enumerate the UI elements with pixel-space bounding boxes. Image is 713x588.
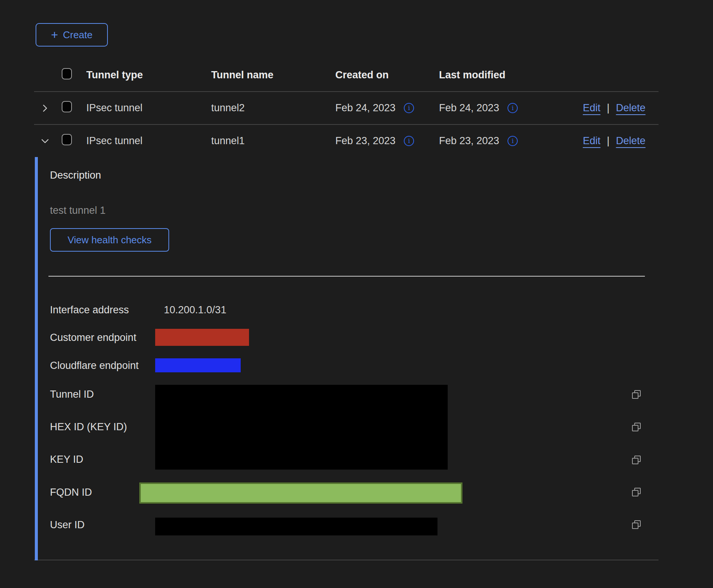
tunnel-id-redaction: [155, 385, 448, 470]
user-id-redaction: [155, 518, 437, 535]
row-checkbox[interactable]: [62, 101, 72, 112]
tunnel-id-label: Tunnel ID: [50, 389, 94, 400]
expanded-accent-bar: [35, 157, 38, 560]
last-modified-cell: Feb 24, 2023: [439, 102, 499, 114]
ipsec-tunnels-page: + Create Tunnel type Tunnel name Created…: [0, 0, 713, 588]
last-modified-cell: Feb 23, 2023: [439, 135, 499, 147]
description-label: Description: [50, 170, 101, 181]
tunnels-table: Tunnel type Tunnel name Created on Last …: [34, 59, 659, 560]
section-divider: [48, 276, 645, 277]
info-icon[interactable]: i: [508, 103, 518, 113]
table-row-tunnel2: IPsec tunnel tunnel2 Feb 24, 2023 i Feb …: [34, 92, 659, 124]
actions-separator: |: [607, 135, 610, 147]
header-tunnel-type: Tunnel type: [86, 69, 211, 81]
delete-link[interactable]: Delete: [616, 102, 646, 114]
edit-link[interactable]: Edit: [583, 102, 601, 114]
fqdn-id-redaction: [139, 482, 462, 504]
cloudflare-endpoint-redaction: [155, 358, 241, 372]
info-icon[interactable]: i: [404, 136, 414, 146]
edit-link[interactable]: Edit: [583, 135, 601, 147]
delete-link[interactable]: Delete: [616, 135, 646, 147]
header-tunnel-name: Tunnel name: [211, 69, 335, 81]
chevron-down-icon[interactable]: [39, 135, 51, 147]
user-id-label: User ID: [50, 519, 85, 531]
view-health-checks-button[interactable]: View health checks: [50, 228, 169, 252]
table-header: Tunnel type Tunnel name Created on Last …: [34, 59, 659, 91]
select-all-checkbox[interactable]: [62, 68, 72, 79]
actions-separator: |: [607, 102, 610, 114]
created-on-cell: Feb 23, 2023: [335, 135, 395, 147]
customer-endpoint-redaction: [155, 329, 249, 346]
cloudflare-endpoint-label: Cloudflare endpoint: [50, 360, 139, 372]
create-button[interactable]: + Create: [36, 23, 108, 47]
copy-icon[interactable]: [630, 389, 643, 401]
header-last-modified: Last modified: [439, 69, 583, 81]
copy-icon[interactable]: [630, 519, 643, 531]
copy-icon[interactable]: [630, 486, 643, 498]
description-value: test tunnel 1: [50, 205, 106, 216]
copy-icon[interactable]: [630, 421, 643, 433]
interface-address-label: Interface address: [50, 304, 129, 316]
info-icon[interactable]: i: [508, 136, 518, 146]
plus-icon: +: [51, 29, 58, 41]
row-checkbox[interactable]: [62, 134, 72, 145]
created-on-cell: Feb 24, 2023: [335, 102, 395, 114]
interface-address-value: 10.200.1.0/31: [164, 304, 226, 316]
key-id-label: KEY ID: [50, 454, 83, 465]
hex-id-label: HEX ID (KEY ID): [50, 421, 127, 433]
header-created-on: Created on: [335, 69, 439, 81]
expanded-panel: Description test tunnel 1 View health ch…: [34, 157, 659, 560]
tunnel-name-cell: tunnel1: [211, 135, 335, 147]
customer-endpoint-label: Customer endpoint: [50, 332, 136, 344]
fqdn-id-label: FQDN ID: [50, 487, 92, 498]
chevron-right-icon[interactable]: [39, 103, 51, 114]
copy-icon[interactable]: [630, 454, 643, 466]
tunnel-type-cell: IPsec tunnel: [86, 102, 211, 114]
tunnel-name-cell: tunnel2: [211, 102, 335, 114]
table-row-tunnel1: IPsec tunnel tunnel1 Feb 23, 2023 i Feb …: [34, 125, 659, 157]
create-button-label: Create: [63, 29, 92, 41]
info-icon[interactable]: i: [404, 103, 414, 113]
tunnel-type-cell: IPsec tunnel: [86, 135, 211, 147]
